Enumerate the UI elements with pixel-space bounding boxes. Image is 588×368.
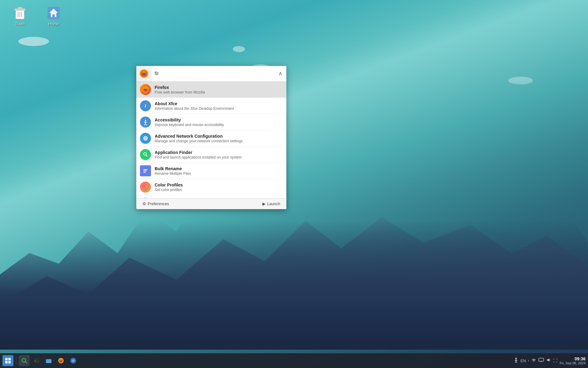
launch-icon: ▶ bbox=[262, 201, 266, 206]
taskbar-separator-1 bbox=[16, 356, 16, 365]
bulk-rename-item-desc: Rename Multiple Files bbox=[155, 171, 283, 176]
firefox-app-icon bbox=[140, 84, 151, 95]
color-profiles-icon bbox=[140, 182, 151, 193]
network-item-name: Advanced Network Configuration bbox=[155, 134, 283, 139]
taskbar-apps-grid[interactable] bbox=[2, 355, 13, 366]
network-item-text: Advanced Network Configuration Manage an… bbox=[155, 134, 283, 143]
gear-icon: ⚙ bbox=[142, 201, 146, 206]
taskbar-terminal[interactable]: >_ bbox=[31, 355, 42, 366]
chevron-up-icon: ∧ bbox=[278, 70, 282, 77]
taskbar-tray-arrow[interactable]: › bbox=[528, 358, 529, 363]
svg-rect-54 bbox=[8, 358, 11, 360]
launcher-search-bar: ∧ bbox=[136, 66, 286, 82]
about-xfce-item-text: About Xfce Information about the Xfce De… bbox=[155, 101, 283, 111]
launcher-item-bulk-rename[interactable]: Bulk Rename Rename Multiple Files bbox=[136, 163, 286, 179]
network-icon bbox=[140, 133, 151, 144]
svg-point-40 bbox=[144, 187, 147, 189]
color-profiles-item-desc: Set color profiles bbox=[155, 188, 283, 192]
taskbar-sys-icons: EN › bbox=[513, 357, 557, 364]
taskbar-search-icon[interactable] bbox=[19, 355, 30, 366]
launcher-item-network[interactable]: Advanced Network Configuration Manage an… bbox=[136, 130, 286, 147]
taskbar-firefox[interactable] bbox=[55, 355, 66, 366]
taskbar-display-icon[interactable] bbox=[538, 357, 544, 364]
preferences-button[interactable]: ⚙ Preferences bbox=[139, 200, 172, 207]
mountain-overlay bbox=[0, 135, 588, 350]
about-xfce-icon: 𝒊 bbox=[140, 100, 151, 111]
bulk-rename-item-text: Bulk Rename Rename Multiple Files bbox=[155, 166, 283, 176]
desktop-icons-area: Trash Home bbox=[6, 3, 67, 29]
svg-rect-34 bbox=[143, 171, 147, 171]
bulk-rename-icon bbox=[140, 165, 151, 176]
taskbar-fullscreen-icon[interactable]: ⛶ bbox=[553, 358, 557, 363]
launcher-app-icon bbox=[136, 66, 152, 81]
taskbar-right: EN › bbox=[513, 356, 586, 365]
taskbar-file-manager[interactable] bbox=[43, 355, 54, 366]
svg-text:>_: >_ bbox=[35, 359, 38, 362]
taskbar-left: >_ bbox=[2, 355, 79, 366]
svg-rect-2 bbox=[18, 7, 22, 9]
svg-rect-35 bbox=[143, 172, 146, 173]
bulk-rename-item-name: Bulk Rename bbox=[155, 166, 283, 171]
accessibility-item-desc: Improve keyboard and mouse accessibility bbox=[155, 123, 283, 127]
svg-rect-33 bbox=[143, 169, 148, 170]
taskbar: >_ bbox=[0, 353, 588, 368]
about-xfce-item-name: About Xfce bbox=[155, 101, 283, 106]
taskbar-volume-icon[interactable] bbox=[546, 357, 551, 364]
taskbar-clock[interactable]: 09:36 Fri, Sep 06, 2024 bbox=[560, 356, 586, 365]
about-xfce-item-desc: Information about the Xfce Desktop Envir… bbox=[155, 106, 283, 111]
firefox-item-name: Firefox bbox=[155, 85, 283, 90]
app-finder-icon bbox=[140, 149, 151, 160]
launcher-item-app-finder[interactable]: Application Finder Find and launch appli… bbox=[136, 147, 286, 163]
launcher-footer: ⚙ Preferences ▶ Launch bbox=[136, 198, 286, 209]
svg-line-72 bbox=[516, 362, 517, 363]
network-item-desc: Manage and change your network connectio… bbox=[155, 139, 283, 143]
svg-point-19 bbox=[145, 120, 146, 121]
firefox-item-text: Firefox Free web browser from Mozilla bbox=[155, 85, 283, 94]
app-finder-item-desc: Find and launch applications installed o… bbox=[155, 155, 283, 159]
trash-icon-label: Trash bbox=[15, 21, 25, 26]
taskbar-time: 09:36 bbox=[560, 356, 586, 361]
svg-rect-53 bbox=[5, 358, 8, 360]
svg-point-67 bbox=[72, 360, 74, 362]
home-icon-label: Home bbox=[48, 21, 59, 26]
launcher-item-default-apps[interactable]: Default Applications Associate preferred… bbox=[136, 195, 286, 198]
svg-rect-9 bbox=[52, 14, 55, 17]
firefox-item-desc: Free web browser from Mozilla bbox=[155, 90, 283, 94]
launcher-item-color-profiles[interactable]: Color Profiles Set color profiles bbox=[136, 179, 286, 195]
color-profiles-item-text: Color Profiles Set color profiles bbox=[155, 182, 283, 192]
app-launcher: ∧ Firefox Free web browser from Mozilla bbox=[136, 66, 286, 209]
cloud-1 bbox=[18, 37, 49, 46]
launcher-item-firefox[interactable]: Firefox Free web browser from Mozilla bbox=[136, 82, 286, 98]
taskbar-accessibility-icon[interactable] bbox=[513, 357, 519, 364]
desktop-icon-trash[interactable]: Trash bbox=[6, 3, 34, 29]
svg-point-73 bbox=[533, 361, 534, 362]
launcher-collapse-button[interactable]: ∧ bbox=[274, 66, 286, 81]
home-icon bbox=[46, 6, 61, 20]
launcher-search-input[interactable] bbox=[152, 67, 274, 81]
svg-marker-77 bbox=[547, 358, 549, 362]
taskbar-date: Fri, Sep 06, 2024 bbox=[560, 361, 586, 365]
taskbar-unknown-app[interactable] bbox=[68, 355, 79, 366]
launcher-app-list: Firefox Free web browser from Mozilla 𝒊 … bbox=[136, 82, 286, 198]
accessibility-item-name: Accessibility bbox=[155, 117, 283, 122]
svg-rect-56 bbox=[8, 361, 11, 363]
svg-line-58 bbox=[25, 362, 27, 363]
svg-point-68 bbox=[515, 358, 517, 359]
accessibility-item-text: Accessibility Improve keyboard and mouse… bbox=[155, 117, 283, 127]
trash-icon bbox=[13, 6, 27, 20]
launcher-item-about-xfce[interactable]: 𝒊 About Xfce Information about the Xfce … bbox=[136, 98, 286, 114]
launcher-item-accessibility[interactable]: Accessibility Improve keyboard and mouse… bbox=[136, 114, 286, 130]
app-finder-item-text: Application Finder Find and launch appli… bbox=[155, 150, 283, 159]
cloud-4 bbox=[508, 77, 533, 84]
desktop: Trash Home bbox=[0, 0, 588, 368]
taskbar-lang[interactable]: EN bbox=[521, 358, 526, 363]
cloud-2 bbox=[233, 46, 245, 52]
launch-button[interactable]: ▶ Launch bbox=[259, 200, 283, 207]
svg-rect-74 bbox=[539, 358, 544, 361]
launch-label: Launch bbox=[267, 201, 280, 206]
taskbar-network-icon[interactable] bbox=[531, 357, 537, 364]
color-profiles-item-name: Color Profiles bbox=[155, 182, 283, 187]
preferences-label: Preferences bbox=[148, 201, 169, 206]
desktop-icon-home[interactable]: Home bbox=[40, 3, 67, 29]
app-finder-item-name: Application Finder bbox=[155, 150, 283, 155]
